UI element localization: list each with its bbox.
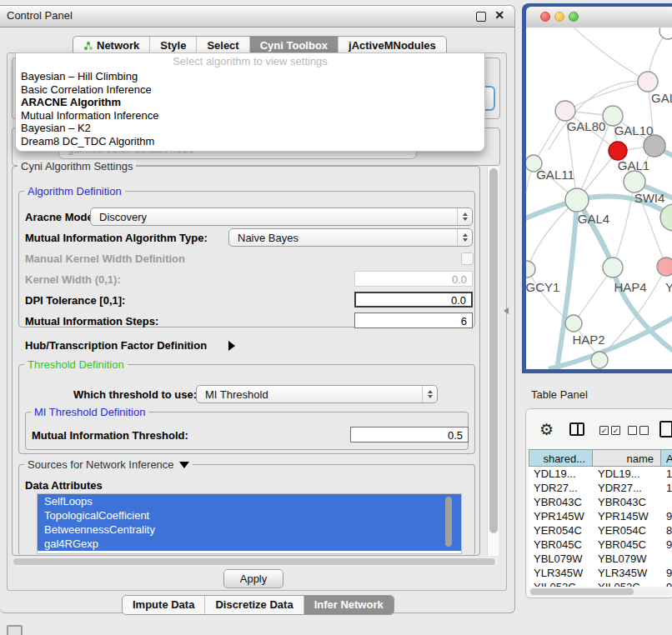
column-header-shared[interactable]: shared... (529, 449, 593, 467)
close-traffic-light-icon[interactable] (540, 12, 550, 22)
node-hap2[interactable] (565, 315, 582, 332)
settings-group-title: Cyni Algorithm Settings (18, 160, 136, 172)
float-window-icon[interactable] (476, 12, 486, 22)
dropdown-placeholder: Select algorithm to view settings (16, 53, 484, 70)
table-row[interactable]: YBR045C YBR045C 9. (529, 538, 672, 552)
aracne-mode-combo[interactable]: Discovery (90, 208, 473, 226)
tab-discretize-data[interactable]: Discretize Data (204, 596, 303, 614)
column-header-third[interactable]: A (661, 449, 672, 467)
panel-divider-handle[interactable] (504, 308, 509, 314)
split-columns-icon[interactable] (569, 422, 584, 436)
dropdown-option[interactable]: Dream8 DC_TDC Algorithm (16, 135, 484, 148)
list-item[interactable]: TopologicalCoefficient (38, 508, 461, 522)
node-gcy1[interactable] (526, 261, 535, 278)
cell-shared: YLR345W (529, 566, 593, 580)
table-row[interactable]: YBR043C YBR043C (529, 495, 672, 509)
apply-button[interactable]: Apply (223, 569, 283, 588)
cell-value (661, 495, 672, 509)
cell-value: 13 (661, 467, 672, 481)
list-item[interactable]: SelfLoops (38, 494, 461, 508)
node-swi4[interactable] (624, 171, 645, 192)
list-item[interactable]: BetweennessCentrality (38, 522, 461, 537)
node-gal4[interactable] (565, 188, 589, 212)
close-icon[interactable]: ✕ (494, 8, 504, 22)
cell-name: YBL079W (593, 552, 661, 566)
dropdown-option[interactable]: Bayesian – K2 (16, 122, 484, 135)
cell-value: 9. (661, 538, 672, 552)
network-canvas[interactable]: GAL GAL80 GAL10 GAL1 GAL11 SWI4 GAL4 GCY… (526, 28, 672, 369)
settings-horizontal-scrollbar-track[interactable] (13, 558, 498, 566)
document-icon[interactable] (659, 421, 672, 438)
tab-infer-network[interactable]: Infer Network (303, 596, 394, 614)
dropdown-option[interactable]: Basic Correlation Inference (16, 83, 484, 97)
table-row[interactable]: YDL19... YDL19... 13 (529, 467, 672, 481)
dropdown-option[interactable]: Mutual Information Inference (16, 109, 484, 122)
table-horizontal-scrollbar[interactable] (530, 588, 634, 595)
table-row[interactable]: YPR145W YPR145W 9. (529, 509, 672, 523)
list-scrollbar[interactable] (445, 497, 452, 547)
node-label: Y (665, 280, 672, 294)
control-panel-titlebar[interactable]: Control Panel ✕ (0, 6, 514, 28)
dropdown-option[interactable]: Bayesian – Hill Climbing (16, 70, 484, 83)
network-window-titlebar[interactable] (526, 7, 672, 28)
node-gray[interactable] (644, 135, 665, 157)
cell-shared: YBL079W (529, 552, 593, 566)
dpi-tolerance-label: DPI Tolerance [0,1]: (25, 294, 125, 307)
node[interactable] (659, 28, 672, 39)
table-horizontal-scrollbar-track[interactable] (529, 588, 671, 596)
minimize-traffic-light-icon[interactable] (554, 12, 564, 22)
which-threshold-combo[interactable]: MI Threshold (196, 385, 438, 403)
table-panel-window: ⚙ ✓ ✓ shared... name A YDL19... YDL19...… (525, 408, 672, 598)
combo-arrows-icon (457, 208, 472, 225)
kernel-width-label: Kernel Width (0,1): (25, 273, 121, 286)
cell-shared: YER054C (529, 523, 593, 538)
window-title: Control Panel (7, 9, 73, 22)
select-all-checkboxes-icon[interactable]: ✓ ✓ (599, 426, 620, 435)
column-header-name[interactable]: name (593, 449, 661, 467)
cell-name: YER054C (593, 523, 661, 538)
network-view-window: GAL GAL80 GAL10 GAL1 GAL11 SWI4 GAL4 GCY… (522, 3, 672, 373)
mi-steps-input[interactable]: 6 (354, 312, 473, 328)
cell-shared: YPR145W (529, 509, 593, 523)
unchecked-box-icon (628, 426, 637, 435)
node-gal80[interactable] (555, 101, 575, 121)
minimized-panel-icon[interactable] (7, 625, 23, 635)
algorithm-definition-title: Algorithm Definition (24, 185, 125, 198)
node-label: HAP4 (614, 280, 646, 294)
table-row[interactable]: YER054C YER054C 8. (529, 523, 672, 538)
table-row[interactable]: YBL079W YBL079W (529, 552, 672, 566)
gear-icon[interactable]: ⚙ (539, 422, 554, 438)
settings-vertical-scrollbar[interactable] (489, 168, 498, 533)
cell-value: 9. (661, 509, 672, 523)
bottom-tabbar: Impute Data Discretize Data Infer Networ… (122, 595, 394, 615)
data-attributes-list[interactable]: SelfLoops TopologicalCoefficient Between… (37, 493, 462, 554)
kernel-width-input[interactable]: 0.0 (354, 271, 473, 287)
deselect-all-checkboxes-icon[interactable] (628, 426, 649, 435)
tab-impute-data[interactable]: Impute Data (123, 596, 204, 614)
table-row[interactable]: YLR345W YLR345W 9. (529, 566, 672, 580)
table-panel-title: Table Panel (531, 388, 588, 401)
node-label: HAP2 (572, 332, 604, 347)
settings-horizontal-scrollbar[interactable] (13, 558, 495, 565)
cell-name: YLR345W (593, 566, 661, 580)
node-label: GAL80 (567, 119, 606, 133)
table-row[interactable]: YIL052C YIL052C 9 (529, 580, 672, 587)
node[interactable] (591, 352, 608, 368)
settings-vertical-scrollbar-track[interactable] (487, 167, 499, 556)
combo-arrows-icon (422, 386, 437, 402)
mi-threshold-input[interactable]: 0.5 (350, 427, 469, 442)
tab-discretize-data-label: Discretize Data (215, 596, 293, 614)
mi-type-combo[interactable]: Naive Bayes (228, 228, 473, 247)
dpi-tolerance-input[interactable]: 0.0 (354, 292, 473, 308)
node-hap4[interactable] (603, 258, 623, 278)
node-salmon[interactable] (657, 258, 672, 276)
unchecked-box-icon (639, 426, 649, 435)
node[interactable] (638, 72, 658, 92)
expand-arrow-icon[interactable] (228, 339, 235, 354)
zoom-traffic-light-icon[interactable] (569, 12, 579, 22)
list-item[interactable]: gal4RGexp (38, 537, 461, 551)
collapse-arrow-icon[interactable] (179, 458, 189, 471)
manual-kernel-checkbox[interactable] (461, 252, 474, 265)
table-row[interactable]: YDR27... YDR27... 12 (529, 481, 672, 495)
dropdown-option-selected[interactable]: ARACNE Algorithm (16, 96, 484, 109)
